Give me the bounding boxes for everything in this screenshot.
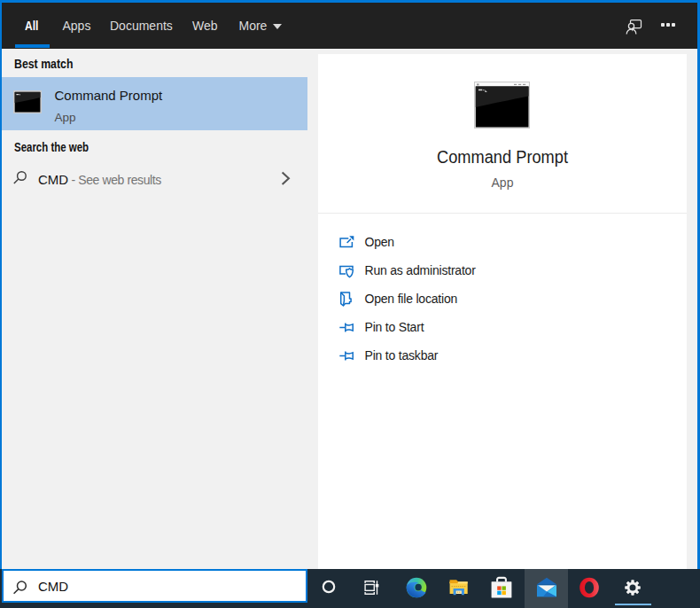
settings-icon — [625, 580, 641, 596]
edge-icon — [406, 577, 427, 598]
action-pin-to-taskbar[interactable]: Pin to taskbar — [318, 342, 687, 370]
action-list: Open Run as administrator — [318, 229, 687, 370]
command-prompt-icon — [13, 90, 42, 117]
microsoft-store-icon — [491, 576, 512, 598]
tab-all[interactable]: All — [25, 3, 41, 49]
search-input-value: CMD — [38, 579, 68, 594]
opera-icon — [579, 577, 600, 598]
taskbar-task-view-button[interactable] — [352, 569, 393, 608]
results-pane: Best match Command Prompt App Search the… — [2, 49, 319, 570]
task-view-icon — [364, 581, 380, 595]
tab-apps[interactable]: Apps — [63, 3, 91, 49]
result-subtitle: App — [55, 111, 76, 124]
run-as-admin-icon — [339, 263, 354, 278]
active-tab-indicator — [15, 44, 50, 48]
window-border-left — [0, 0, 2, 569]
taskbar-search-box[interactable]: CMD — [2, 569, 307, 603]
file-location-icon — [339, 292, 354, 307]
divider — [318, 213, 687, 214]
search-icon — [13, 170, 27, 188]
web-query-text: CMD — [38, 172, 68, 187]
preview-title: Command Prompt — [338, 146, 666, 168]
best-match-header: Best match — [14, 57, 73, 71]
result-title: Command Prompt — [55, 88, 163, 103]
ellipsis-menu-icon[interactable] — [661, 23, 675, 27]
cortana-icon — [321, 579, 337, 595]
taskbar-file-explorer-button[interactable] — [439, 569, 479, 608]
action-pin-to-start[interactable]: Pin to Start — [318, 314, 687, 342]
taskbar-cortana-button[interactable] — [308, 569, 349, 608]
settings-running-indicator — [615, 604, 651, 606]
best-match-result[interactable]: Command Prompt App — [2, 77, 307, 130]
chevron-down-icon — [273, 24, 282, 29]
taskbar-store-button[interactable] — [481, 569, 522, 608]
windows-search-screen: All Apps Documents Web More Best match — [0, 0, 700, 608]
taskbar-edge-button[interactable] — [396, 569, 437, 608]
open-icon — [339, 235, 354, 250]
action-open[interactable]: Open — [318, 229, 687, 257]
taskbar-mail-button[interactable] — [526, 569, 567, 608]
preview-subtitle: App — [318, 175, 687, 190]
mail-icon — [536, 577, 557, 597]
search-icon — [12, 580, 27, 599]
tab-more[interactable]: More — [239, 3, 268, 49]
pin-to-taskbar-icon — [339, 348, 354, 363]
web-hint-text: - See web results — [72, 173, 161, 187]
web-search-result[interactable]: CMD - See web results — [2, 162, 307, 198]
action-open-file-location[interactable]: Open file location — [318, 285, 687, 314]
preview-panel: Command Prompt App Open — [318, 54, 687, 570]
user-feedback-icon[interactable] — [625, 17, 643, 39]
taskbar-settings-button[interactable] — [612, 569, 653, 608]
taskbar-opera-button[interactable] — [569, 569, 610, 608]
file-explorer-icon — [449, 578, 469, 596]
pin-to-start-icon — [339, 320, 354, 335]
window-border-top — [0, 0, 700, 3]
tab-web[interactable]: Web — [192, 3, 218, 49]
tab-documents[interactable]: Documents — [110, 3, 173, 49]
chevron-right-icon — [281, 171, 291, 190]
action-run-as-administrator[interactable]: Run as administrator — [318, 257, 687, 285]
search-filter-bar: All Apps Documents Web More — [2, 3, 697, 49]
command-prompt-icon-large — [474, 82, 530, 132]
search-web-header: Search the web — [14, 140, 89, 154]
